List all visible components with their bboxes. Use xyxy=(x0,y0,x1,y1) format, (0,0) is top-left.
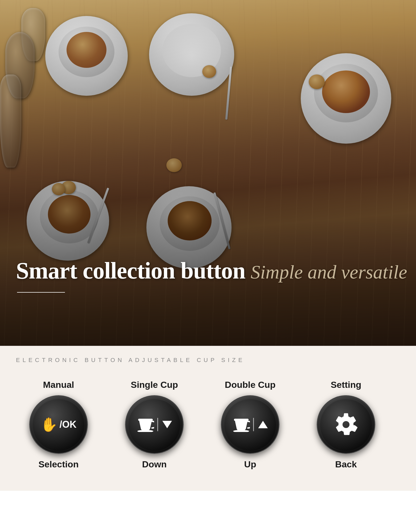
button-manual-label-bottom: Selection xyxy=(38,459,79,469)
setting-button[interactable] xyxy=(317,395,375,454)
manual-button[interactable]: ✋ /OK xyxy=(29,395,88,454)
button-setting-label-bottom: Back xyxy=(335,459,357,469)
button-setting: Setting Back xyxy=(303,380,389,469)
buttons-grid: Manual ✋ /OK Selection Single Cup xyxy=(16,380,389,469)
button-double-label-bottom: Up xyxy=(244,459,256,469)
hero-text-block: Smart collection button Simple and versa… xyxy=(16,257,416,293)
hand-ok-icon: ✋ /OK xyxy=(40,417,76,433)
separator-2 xyxy=(253,418,254,431)
hero-section: Smart collection button Simple and versa… xyxy=(0,0,416,346)
button-double-cup: Double Cup xyxy=(208,380,293,469)
arrow-down-icon xyxy=(162,421,172,428)
button-double-label-top: Double Cup xyxy=(225,380,276,390)
double-cup-button[interactable] xyxy=(221,395,279,454)
button-single-label-bottom: Down xyxy=(142,459,167,469)
hero-title-bold: Smart collection button xyxy=(16,257,245,284)
double-cup-svg xyxy=(233,417,250,432)
button-single-label-top: Single Cup xyxy=(131,380,178,390)
hero-divider xyxy=(17,292,65,293)
cup-up-icon xyxy=(233,417,268,432)
svg-point-3 xyxy=(233,430,249,432)
ok-text: /OK xyxy=(59,419,76,430)
single-cup-button[interactable] xyxy=(125,395,184,454)
separator xyxy=(157,418,158,431)
hero-title: Smart collection button Simple and versa… xyxy=(16,257,416,284)
svg-point-1 xyxy=(137,430,153,432)
hero-title-light: Simple and versatile xyxy=(251,261,407,283)
hand-icon: ✋ xyxy=(40,417,58,433)
gear-icon xyxy=(334,413,358,437)
svg-rect-0 xyxy=(138,419,153,421)
arrow-up-icon xyxy=(258,421,268,428)
panel-subtitle: ELECTRONIC BUTTON ADJUSTABLE CUP SIZE xyxy=(16,357,400,364)
svg-rect-2 xyxy=(234,419,249,421)
hero-overlay xyxy=(0,0,416,346)
button-single-cup: Single Cup xyxy=(112,380,197,469)
control-panel: ELECTRONIC BUTTON ADJUSTABLE CUP SIZE Ma… xyxy=(0,346,416,491)
cup-down-icon xyxy=(137,417,172,432)
button-manual-label-top: Manual xyxy=(43,380,74,390)
gear-svg xyxy=(334,413,358,437)
single-cup-svg xyxy=(137,417,154,432)
button-setting-label-top: Setting xyxy=(331,380,361,390)
button-manual: Manual ✋ /OK Selection xyxy=(16,380,101,469)
